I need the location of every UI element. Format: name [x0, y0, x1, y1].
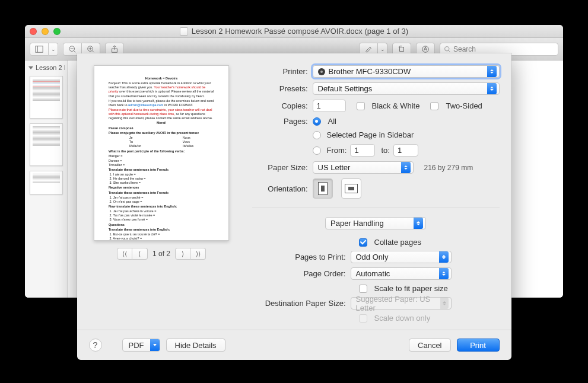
sidebar-header[interactable]: Lesson 2 Homework Passé composé AVOIR.do… [27, 63, 65, 72]
minimize-window-button[interactable] [42, 28, 49, 35]
presets-select[interactable]: Default Settings [313, 82, 500, 95]
print-settings: Printer: Brother MFC-9330CDW Presets: De… [252, 65, 500, 323]
svg-line-14 [449, 50, 450, 52]
pages-to-label: to: [381, 146, 389, 155]
pages-to-print-label: Pages to Print: [252, 253, 346, 261]
window-title: Lesson 2 Homework Passé composé AVOIR.do… [25, 27, 563, 36]
preview-next-page-button[interactable]: ⟩ [175, 248, 190, 260]
print-preview-pane: Homework = Devoirs Bonjour! This is some… [89, 65, 234, 323]
titlebar: Lesson 2 Homework Passé composé AVOIR.do… [25, 25, 563, 38]
page-thumbnail-2[interactable] [30, 123, 63, 166]
scale-fit-label: Scale to fit paper size [374, 284, 448, 293]
printer-select[interactable]: Brother MFC-9330CDW [313, 65, 500, 78]
pages-from-label: From: [327, 146, 347, 155]
share-icon [110, 45, 119, 53]
zoom-out-icon [68, 45, 77, 53]
markup-icon [421, 45, 430, 53]
paper-size-select[interactable]: US Letter [313, 161, 414, 174]
preview-navigation: ⟨⟨ ⟨ 1 of 2 ⟩ ⟩⟩ [117, 248, 206, 260]
black-white-label: Black & White [372, 101, 420, 110]
preview-last-page-button[interactable]: ⟩⟩ [190, 248, 206, 260]
paper-size-hint: 216 by 279 mm [424, 164, 473, 172]
preview-page-indicator: 1 of 2 [152, 250, 170, 258]
two-sided-label: Two-Sided [446, 101, 482, 110]
pages-all-label: All [328, 117, 336, 126]
pages-label: Pages: [252, 117, 308, 126]
pages-selected-radio[interactable] [313, 131, 321, 139]
page-thumbnail-1[interactable] [30, 76, 63, 119]
copies-input[interactable]: 1 [313, 100, 346, 112]
svg-point-13 [445, 46, 450, 51]
collate-checkbox[interactable] [359, 238, 367, 247]
scale-fit-checkbox[interactable] [359, 285, 367, 293]
preview-prev-page-button[interactable]: ⟨ [132, 248, 148, 260]
orientation-portrait-button[interactable] [313, 178, 333, 199]
zoom-in-icon [87, 45, 95, 53]
orientation-landscape-button[interactable] [341, 178, 361, 199]
view-mode-menu[interactable]: ⌄ [49, 43, 58, 56]
collate-label: Collate pages [374, 238, 422, 247]
search-icon [444, 46, 451, 53]
sidebar-icon [35, 45, 43, 53]
orientation-label: Orientation: [252, 184, 308, 193]
scale-down-label: Scale down only [374, 314, 431, 323]
settings-section-select[interactable]: Paper Handling [325, 217, 426, 229]
chevron-down-icon [28, 66, 33, 69]
printer-label: Printer: [252, 67, 308, 76]
dest-paper-size-label: Destination Paper Size: [252, 299, 346, 308]
portrait-icon [318, 182, 328, 195]
presets-label: Presets: [252, 84, 308, 93]
pages-all-radio[interactable] [313, 117, 321, 126]
print-preview-page: Homework = Devoirs Bonjour! This is some… [94, 65, 229, 241]
svg-line-3 [74, 50, 76, 52]
page-order-select[interactable]: Automatic [351, 267, 452, 280]
pages-to-input[interactable]: 1 [393, 144, 418, 157]
page-thumbnail-3[interactable] [30, 171, 63, 194]
print-dialog: Homework = Devoirs Bonjour! This is some… [77, 53, 511, 323]
scale-down-checkbox [359, 314, 367, 323]
pages-selected-label: Selected Page in Sidebar [327, 130, 414, 139]
pages-from-radio[interactable] [313, 146, 321, 155]
svg-rect-11 [400, 47, 404, 51]
highlight-icon [364, 45, 373, 53]
copies-label: Copies: [252, 101, 308, 110]
view-mode-button[interactable] [30, 43, 49, 56]
close-window-button[interactable] [30, 28, 37, 35]
two-sided-checkbox[interactable] [430, 102, 438, 110]
zoom-window-button[interactable] [53, 28, 61, 35]
pages-to-print-select[interactable]: Odd Only [351, 251, 452, 263]
svg-line-6 [93, 50, 94, 52]
document-icon [180, 27, 188, 36]
dest-paper-size-select: Suggested Paper: US Letter [351, 297, 452, 309]
page-order-label: Page Order: [252, 269, 346, 278]
rotate-icon [398, 45, 406, 53]
thumbnails-sidebar: Lesson 2 Homework Passé composé AVOIR.do… [25, 60, 68, 298]
black-white-checkbox[interactable] [357, 102, 365, 110]
printer-status-icon [318, 68, 325, 75]
svg-rect-0 [36, 46, 43, 52]
pages-from-input[interactable]: 1 [350, 144, 375, 157]
landscape-icon [345, 184, 358, 193]
preview-first-page-button[interactable]: ⟨⟨ [117, 248, 132, 260]
paper-size-label: Paper Size: [252, 163, 308, 172]
